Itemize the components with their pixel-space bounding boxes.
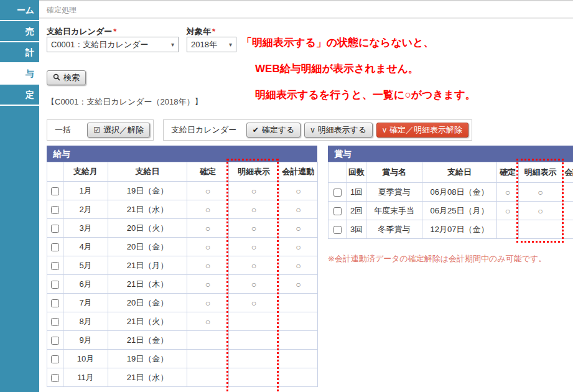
row-checkbox[interactable] bbox=[333, 189, 342, 197]
sidebar-item[interactable]: 売 bbox=[0, 21, 39, 41]
row-checkbox[interactable] bbox=[51, 187, 59, 195]
calendar-select[interactable]: C0001：支給日カレンダー ▾ bbox=[47, 37, 179, 52]
detail-display-cell bbox=[229, 331, 279, 350]
row-checkbox-cell bbox=[47, 200, 63, 219]
accounting-link-cell bbox=[562, 183, 573, 202]
required-asterisk: * bbox=[113, 27, 116, 36]
check-icon: ✔ bbox=[253, 126, 259, 134]
accounting-link-cell bbox=[562, 220, 573, 239]
row-checkbox[interactable] bbox=[333, 207, 342, 215]
pay-date-cell: 21日（火） bbox=[108, 312, 187, 331]
accounting-link-cell: ○ bbox=[279, 256, 318, 275]
bonus-name-cell: 冬季賞与 bbox=[366, 220, 422, 239]
row-checkbox[interactable] bbox=[51, 337, 59, 345]
pay-month-cell: 7月 bbox=[63, 294, 108, 312]
bonus-table: 賞与 回数賞与名支給日確定明細表示会計連動 1回夏季賞与06月08日（金）○○2… bbox=[328, 146, 573, 239]
v-check-icon: v bbox=[383, 126, 386, 134]
row-checkbox[interactable] bbox=[51, 225, 59, 233]
table-row: 1回夏季賞与06月08日（金）○○ bbox=[328, 183, 573, 202]
sidebar-item[interactable]: 定 bbox=[0, 85, 39, 105]
accounting-note: ※会計連動済データの確定解除は会計期間中のみ可能です。 bbox=[328, 253, 546, 264]
table-row: 1月19日（金）○○○ bbox=[47, 182, 318, 200]
row-checkbox[interactable] bbox=[51, 318, 59, 326]
calendar-field-label: 支給日カレンダー* bbox=[47, 26, 116, 37]
bulk-label: 一括 bbox=[55, 124, 71, 136]
row-checkbox[interactable] bbox=[51, 262, 59, 270]
round-cell: 1回 bbox=[347, 183, 366, 202]
column-header-row: 回数賞与名支給日確定明細表示会計連動 bbox=[328, 162, 573, 183]
pay-month-cell: 3月 bbox=[63, 219, 108, 238]
pay-month-cell: 9月 bbox=[63, 331, 108, 350]
sidebar-item[interactable]: ーム bbox=[0, 0, 39, 20]
confirmed-cell bbox=[187, 331, 229, 350]
confirmed-cell: ○ bbox=[187, 200, 229, 219]
round-cell: 3回 bbox=[347, 220, 366, 239]
salary-table-title: 給与 bbox=[47, 146, 317, 162]
bonus-name-cell: 夏季賞与 bbox=[366, 183, 422, 202]
select-column-header bbox=[47, 162, 63, 182]
pay-date-column-header: 支給日 bbox=[108, 162, 187, 182]
row-checkbox-cell bbox=[47, 350, 63, 368]
bulk-action-box: 一括 ☑ 選択／解除 bbox=[47, 119, 154, 141]
accounting-link-cell bbox=[279, 312, 318, 331]
pay-date-cell: 12月07日（金） bbox=[422, 220, 497, 239]
accounting-link-cell: ○ bbox=[279, 200, 318, 219]
row-checkbox[interactable] bbox=[51, 355, 59, 363]
detail-display-cell: ○ bbox=[519, 202, 562, 220]
row-checkbox[interactable] bbox=[51, 299, 59, 307]
row-checkbox-cell bbox=[328, 202, 347, 220]
calendar-action-label: 支給日カレンダー bbox=[171, 124, 236, 136]
select-toggle-button[interactable]: ☑ 選択／解除 bbox=[87, 123, 150, 138]
row-checkbox-cell bbox=[47, 312, 63, 331]
row-checkbox[interactable] bbox=[51, 374, 59, 382]
accounting-link-cell bbox=[562, 202, 573, 220]
year-select[interactable]: 2018年 ▾ bbox=[187, 37, 236, 52]
pay-date-cell: 06月08日（金） bbox=[422, 183, 497, 202]
row-checkbox-cell bbox=[47, 368, 63, 387]
year-select-value: 2018年 bbox=[191, 39, 217, 50]
row-checkbox[interactable] bbox=[51, 206, 59, 214]
annotation-text: 「明細表示する」の状態にならないと、 WEB給与明細が表示されません。 明細表示… bbox=[241, 30, 476, 108]
sidebar-item[interactable]: 計 bbox=[0, 42, 39, 62]
search-icon bbox=[53, 73, 60, 82]
row-checkbox-cell bbox=[47, 331, 63, 350]
select-column-header bbox=[328, 162, 347, 183]
confirmed-cell: ○ bbox=[187, 275, 229, 294]
pay-date-cell: 21日（水） bbox=[108, 200, 187, 219]
table-row: 9月21日（金） bbox=[47, 331, 318, 350]
detail-display-column-header: 明細表示 bbox=[519, 162, 562, 183]
row-checkbox-cell bbox=[328, 220, 347, 239]
detail-display-cell: ○ bbox=[229, 182, 279, 200]
annotation-line: WEB給与明細が表示されません。 bbox=[241, 56, 476, 82]
sidebar-item-active[interactable]: 与 bbox=[0, 63, 39, 83]
confirmed-cell bbox=[497, 220, 519, 239]
table-row: 11月21日（水） bbox=[47, 368, 318, 387]
confirmed-cell: ○ bbox=[187, 238, 229, 256]
pay-date-cell: 21日（水） bbox=[108, 368, 187, 387]
detail-display-cell bbox=[519, 220, 562, 239]
action-button-group: ✔ 確定する v 明細表示する v 確定／明細表示解除 bbox=[246, 123, 468, 138]
pay-month-cell: 5月 bbox=[63, 256, 108, 275]
release-confirm-detail-button[interactable]: v 確定／明細表示解除 bbox=[376, 123, 468, 138]
row-checkbox[interactable] bbox=[51, 243, 59, 251]
v-check-icon: v bbox=[310, 126, 314, 134]
detail-display-cell bbox=[229, 368, 279, 387]
row-checkbox[interactable] bbox=[51, 281, 59, 289]
pay-month-cell: 11月 bbox=[63, 368, 108, 387]
detail-display-cell: ○ bbox=[229, 219, 279, 238]
table-row: 2回年度末手当06月25日（月）○○ bbox=[328, 202, 573, 220]
confirm-button[interactable]: ✔ 確定する bbox=[246, 123, 301, 138]
search-button[interactable]: 検索 bbox=[47, 70, 86, 85]
table-row: 2月21日（水）○○○ bbox=[47, 200, 318, 219]
table-row: 3回冬季賞与12月07日（金） bbox=[328, 220, 573, 239]
row-checkbox-cell bbox=[47, 238, 63, 256]
pay-date-cell: 21日（木） bbox=[108, 275, 187, 294]
detail-show-button[interactable]: v 明細表示する bbox=[304, 123, 373, 138]
table-row: 10月19日（金） bbox=[47, 350, 318, 368]
column-header-row: 支給月支給日確定明細表示会計連動 bbox=[47, 162, 318, 182]
confirmed-cell: ○ bbox=[187, 219, 229, 238]
accounting-link-cell: ○ bbox=[279, 182, 318, 200]
confirmed-cell: ○ bbox=[187, 256, 229, 275]
annotation-line: 「明細表示する」の状態にならないと、 bbox=[241, 30, 476, 56]
row-checkbox[interactable] bbox=[333, 226, 342, 234]
